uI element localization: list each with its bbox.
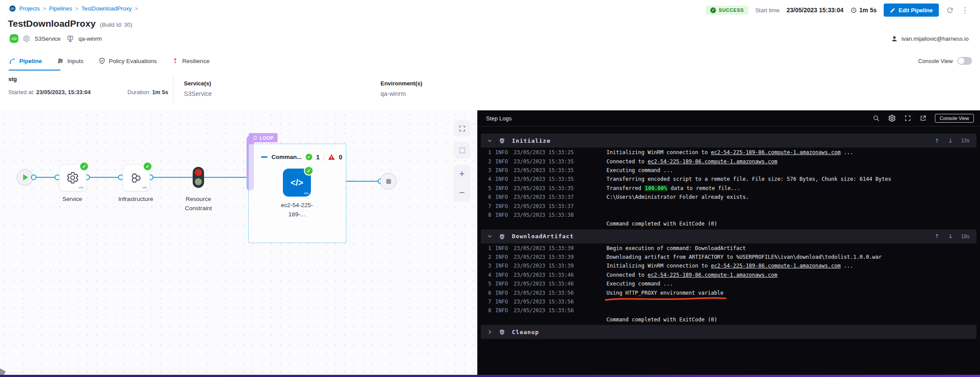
log-text: Begin execution of command: DownloadArti… [606, 245, 746, 251]
search-icon[interactable] [873, 115, 880, 122]
log-settings-gear-icon[interactable] [888, 114, 896, 122]
step-logs-title: Step Logs [486, 115, 512, 122]
scroll-down-icon[interactable]: ↓ [948, 137, 953, 144]
log-text: Initializing WinRM connection to [606, 263, 711, 269]
breadcrumb-projects[interactable]: Projects [19, 5, 40, 12]
log-message: C:\Users\Administrator Folder already ex… [606, 194, 749, 200]
infrastructure-node[interactable]: ✓ </> [123, 164, 150, 191]
log-host-link[interactable]: ec2-54-225-189-86.compute-1.amazonaws.co… [711, 149, 840, 155]
log-line: 3INFO23/05/2023 15:33:39Initializing Win… [481, 261, 976, 270]
pipeline-graph-canvas[interactable]: ✓ </> Service ✓ </> Infrastructure Resou… [0, 110, 477, 375]
command-step-node[interactable]: </> ✓ </> [283, 169, 311, 197]
log-timestamp: 23/05/2023 15:33:25 [514, 149, 579, 155]
line-number: 5 [481, 185, 491, 191]
log-section-header[interactable]: Cleanup [481, 325, 976, 339]
resource-constraint-node[interactable] [193, 167, 204, 188]
line-number: 2 [481, 159, 491, 165]
log-text: Using HTTP_PROXY environment variable [606, 290, 723, 296]
edge [345, 181, 379, 182]
line-number: 1 [481, 149, 491, 155]
log-section-header[interactable]: Initialize↑↓13s [481, 134, 976, 148]
code-decal-icon: </> [78, 186, 84, 190]
service-node-label: Service [62, 194, 82, 204]
user-email: ivan.mijailovic@harness.io [902, 35, 969, 42]
refresh-icon[interactable] [946, 6, 954, 14]
duration-chip: 1m 5s [850, 7, 877, 14]
log-timestamp: 23/05/2023 15:33:37 [514, 203, 579, 209]
log-host-link[interactable]: ec2-54-225-189-86.compute-1.amazonaws.co… [711, 263, 840, 269]
log-message: Initializing WinRM connection to ec2-54-… [606, 263, 853, 269]
log-message: Connected to ec2-54-225-189-86.compute-1… [606, 159, 777, 165]
expand-logs-icon[interactable] [904, 115, 911, 122]
log-message: Begin execution of command: DownloadArti… [606, 245, 746, 251]
resource-constraint-label: Resource Constraint [177, 194, 219, 213]
service-node[interactable]: ✓ </> [59, 164, 86, 191]
log-message: Transferred 100.00% data to remote file.… [606, 185, 740, 191]
chevron-down-icon[interactable] [487, 233, 493, 239]
services-value[interactable]: S3Service [184, 90, 212, 97]
zoom-in-button[interactable]: + [454, 165, 470, 183]
policy-shield-icon [99, 57, 106, 64]
breadcrumb-pipeline-name[interactable]: TestDownloadProxy [81, 5, 132, 12]
fullscreen-button[interactable] [454, 120, 470, 137]
log-section-header[interactable]: DownloadArtifact↑↓18s [481, 229, 976, 243]
scroll-down-icon[interactable]: ↓ [948, 233, 953, 240]
log-timestamp: 23/05/2023 15:33:39 [514, 263, 579, 269]
log-host-link[interactable]: ec2-54-225-189-86.compute-1.amazonaws.co… [648, 272, 777, 278]
zoom-out-button[interactable]: − [454, 183, 470, 202]
log-timestamp: 23/05/2023 15:33:35 [514, 167, 579, 173]
scroll-up-icon[interactable]: ↑ [934, 137, 939, 144]
marquee-select-button[interactable] [454, 142, 470, 159]
execution-meta: ✓ SUCCESS Start time 23/05/2023 15:33:04… [706, 4, 969, 17]
console-view-toggle[interactable] [957, 57, 972, 65]
line-number: 1 [481, 245, 491, 251]
failure-count: 0 [339, 154, 342, 161]
line-number: 4 [481, 272, 491, 278]
status-text: SUCCESS [719, 7, 744, 13]
clock-icon [850, 7, 857, 14]
red-light-icon [195, 169, 202, 176]
log-sections: Initialize↑↓13s1INFO23/05/2023 15:33:25I… [477, 134, 980, 339]
line-number: 3 [481, 263, 491, 269]
command-group-title[interactable]: Comman... [271, 154, 302, 160]
edit-pipeline-button[interactable]: Edit Pipeline [884, 4, 939, 17]
collapse-minus-icon[interactable] [261, 156, 268, 158]
log-line: 1INFO23/05/2023 15:33:39Begin execution … [481, 244, 976, 253]
tab-pipeline-label: Pipeline [19, 58, 42, 64]
log-host-link[interactable]: ec2-54-225-189-86.compute-1.amazonaws.co… [648, 159, 777, 165]
build-id: (Build Id: 30) [100, 21, 132, 28]
scroll-up-icon[interactable]: ↑ [934, 233, 939, 240]
log-line: 5INFO23/05/2023 15:33:35Transferred 100.… [481, 184, 976, 193]
console-view-button[interactable]: Console View [935, 114, 974, 123]
kebab-menu-icon[interactable]: ⋮ [961, 6, 969, 15]
breadcrumb-separator-icon: > [75, 6, 78, 12]
log-text: Transferring encoded script to a remote … [606, 176, 891, 182]
log-timestamp: 23/05/2023 15:33:46 [514, 281, 579, 287]
success-check-icon: ✓ [710, 7, 716, 13]
environment-host-icon [67, 35, 74, 42]
log-section-title: DownloadArtifact [512, 233, 574, 240]
end-node[interactable] [380, 173, 397, 190]
open-in-new-icon[interactable] [920, 115, 927, 122]
tab-policy-evaluations[interactable]: Policy Evaluations [99, 52, 157, 70]
environment-tag[interactable]: qa-winrm [78, 35, 102, 42]
log-line: 3INFO23/05/2023 15:33:35Executing comman… [481, 166, 976, 175]
tab-policy-evaluations-label: Policy Evaluations [109, 58, 157, 64]
success-count: 1 [316, 154, 320, 161]
log-level: INFO [495, 307, 513, 314]
tab-resilience[interactable]: Resilience [172, 52, 209, 70]
log-message: Executing command ... [606, 281, 673, 287]
chevron-right-icon[interactable] [487, 329, 493, 335]
log-message: Executing command ... [606, 167, 673, 173]
log-line: 6INFO23/05/2023 15:33:37C:\Users\Adminis… [481, 193, 976, 201]
log-level: INFO [495, 281, 513, 287]
breadcrumb-pipelines[interactable]: Pipelines [49, 5, 72, 12]
chevron-down-icon[interactable] [487, 138, 493, 144]
shield-check-icon [499, 233, 505, 240]
hexagons-icon [129, 171, 143, 185]
tab-pipeline[interactable]: Pipeline [9, 52, 42, 70]
service-tag[interactable]: S3Service [35, 35, 60, 42]
tab-inputs[interactable]: Inputs [57, 52, 84, 70]
environments-value[interactable]: qa-winrm [381, 90, 422, 97]
log-text: 100.00% [645, 185, 668, 191]
